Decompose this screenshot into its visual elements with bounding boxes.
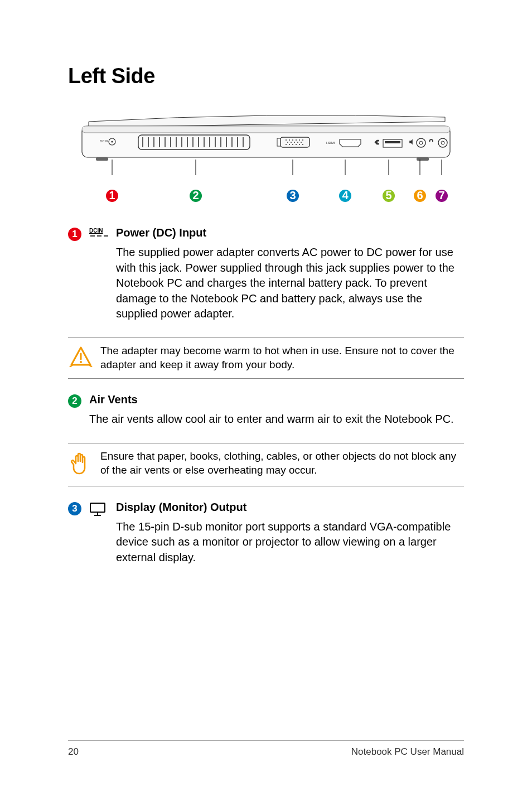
page-title: Left Side [68, 64, 464, 88]
warning-icon [68, 344, 100, 372]
svg-point-42 [296, 144, 297, 145]
svg-rect-65 [90, 503, 105, 512]
svg-point-34 [287, 142, 288, 143]
svg-point-32 [299, 139, 300, 141]
svg-text:DCIN: DCIN [89, 228, 103, 234]
warning-note-text: The adapter may become warm to hot when … [100, 344, 464, 372]
svg-rect-3 [417, 157, 429, 161]
section-2-body: The air vents allow cool air to enter an… [89, 412, 464, 427]
section-num-3: 3 [68, 502, 81, 515]
svg-point-64 [80, 361, 82, 363]
svg-point-6 [111, 141, 113, 142]
svg-text:HDMI: HDMI [326, 141, 335, 144]
page-footer: 20 Notebook PC User Manual [68, 740, 464, 758]
footer-title: Notebook PC User Manual [351, 746, 464, 758]
section-1-title: Power (DC) Input [116, 226, 464, 239]
monitor-icon [89, 502, 106, 519]
svg-point-35 [291, 142, 292, 143]
callout-4: 4 [339, 190, 351, 202]
section-num-2: 2 [68, 394, 81, 408]
section-power-input: 1 DCIN Power (DC) Input The supplied pow… [68, 226, 464, 330]
svg-point-44 [302, 144, 303, 145]
callout-3: 3 [287, 190, 299, 202]
callout-7: 7 [436, 190, 448, 202]
svg-point-36 [294, 142, 295, 143]
callout-1: 1 [106, 190, 118, 202]
svg-point-30 [292, 139, 293, 141]
dcin-icon: DCIN [89, 228, 110, 242]
important-note-text: Ensure that paper, books, clothing, cabl… [100, 449, 464, 479]
svg-point-38 [301, 142, 302, 143]
section-1-body: The supplied power adapter converts AC p… [116, 245, 464, 322]
section-2-title: Air Vents [89, 393, 464, 406]
section-3-body: The 15-pin D-sub monitor port supports a… [116, 519, 464, 566]
important-note-vents: Ensure that paper, books, clothing, cabl… [68, 443, 464, 486]
callout-numbers: 1 2 3 4 5 6 7 [76, 182, 456, 199]
svg-rect-1 [82, 126, 450, 133]
svg-point-39 [286, 144, 287, 145]
svg-point-41 [292, 144, 293, 145]
svg-point-29 [289, 139, 290, 141]
warning-note-adapter: The adapter may become warm to hot when … [68, 337, 464, 379]
hand-icon [68, 449, 100, 479]
page-number: 20 [68, 746, 79, 758]
laptop-side-diagram: DCIN [76, 109, 456, 199]
svg-point-33 [302, 139, 303, 141]
svg-rect-47 [385, 141, 400, 143]
section-display-output: 3 Display (Monitor) Output The 15-pin D-… [68, 501, 464, 573]
callout-6: 6 [414, 190, 426, 202]
svg-point-31 [296, 139, 297, 141]
svg-rect-2 [96, 157, 108, 161]
svg-point-40 [289, 144, 290, 145]
section-air-vents: 2 Air Vents The air vents allow cool air… [68, 393, 464, 435]
svg-point-37 [297, 142, 298, 143]
svg-text:DCIN: DCIN [100, 139, 108, 143]
callout-5: 5 [383, 190, 395, 202]
section-3-title: Display (Monitor) Output [116, 501, 464, 514]
svg-point-43 [299, 144, 300, 145]
svg-point-28 [286, 139, 287, 141]
callout-2: 2 [190, 190, 202, 202]
section-num-1: 1 [68, 228, 81, 241]
